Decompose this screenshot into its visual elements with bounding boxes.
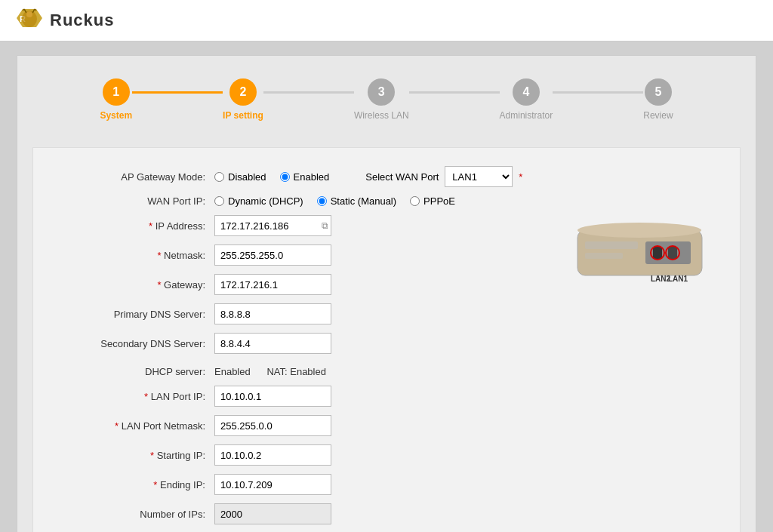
step-circle-1: 1: [103, 78, 130, 106]
starting-ip-row: Starting IP:: [63, 444, 710, 466]
svg-text:LAN1: LAN1: [668, 275, 688, 283]
wizard-steps: 1 System 2 IP setting 3 Wireless LAN 4 A…: [32, 71, 741, 125]
lan-port-ip-input[interactable]: [214, 386, 331, 407]
nat-value: Enabled: [290, 366, 326, 377]
gateway-label: Gateway:: [63, 279, 214, 291]
ap-gateway-mode-row: AP Gateway Mode: Disabled Enabled Select…: [63, 166, 710, 187]
select-wan-group: Select WAN Port LAN1 LAN2 *: [365, 166, 522, 187]
step-label-4: Administrator: [500, 110, 553, 121]
netmask-input[interactable]: [214, 244, 331, 266]
primary-dns-input[interactable]: [214, 303, 331, 324]
ap-gateway-mode-radios: Disabled Enabled Select WAN Port LAN1 LA…: [214, 166, 522, 187]
enabled-radio-label[interactable]: Enabled: [280, 171, 330, 183]
ip-address-input[interactable]: [214, 215, 331, 236]
secondary-dns-label: Secondary DNS Server:: [63, 338, 214, 349]
svg-rect-16: [585, 253, 623, 259]
ruckus-logo-icon: R: [15, 6, 44, 35]
copy-icon: ⧉: [322, 220, 328, 231]
svg-rect-11: [653, 247, 662, 259]
number-of-ips-row: Number of IPs:: [63, 503, 710, 524]
dynamic-dhcp-text: Dynamic (DHCP): [228, 195, 303, 207]
header: R Ruckus: [0, 0, 773, 42]
step-line-4-5: [553, 91, 643, 94]
step-circle-5: 5: [645, 78, 672, 106]
router-svg: LAN2 LAN1: [570, 215, 710, 287]
ap-gateway-mode-label: AP Gateway Mode:: [63, 171, 214, 183]
secondary-dns-row: Secondary DNS Server:: [63, 333, 562, 354]
wan-port-select[interactable]: LAN1 LAN2: [445, 166, 513, 187]
wan-port-ip-row: WAN Port IP: Dynamic (DHCP) Static (Manu…: [63, 195, 710, 207]
step-2: 2 IP setting: [223, 78, 263, 121]
wan-port-ip-label: WAN Port IP:: [63, 195, 214, 207]
dhcp-status-value: Enabled NAT: Enabled: [214, 366, 326, 377]
lan-port-ip-row: LAN Port IP:: [63, 386, 710, 407]
logo: R Ruckus: [15, 6, 114, 35]
enabled-radio[interactable]: [280, 172, 290, 182]
primary-dns-row: Primary DNS Server:: [63, 303, 562, 324]
step-label-2: IP setting: [223, 110, 263, 121]
primary-dns-label: Primary DNS Server:: [63, 309, 214, 320]
svg-rect-15: [585, 241, 638, 249]
svg-rect-12: [668, 247, 677, 259]
form-area: AP Gateway Mode: Disabled Enabled Select…: [32, 147, 741, 532]
select-wan-label: Select WAN Port: [365, 171, 439, 183]
ending-ip-label: Ending IP:: [63, 479, 214, 490]
number-of-ips-input[interactable]: [214, 503, 331, 524]
step-circle-4: 4: [513, 78, 540, 106]
lan-port-netmask-label: LAN Port Netmask:: [63, 420, 214, 432]
netmask-label: Netmask:: [63, 250, 214, 261]
router-image-area: LAN2 LAN1: [570, 215, 710, 287]
disabled-label: Disabled: [228, 171, 266, 183]
step-circle-2: 2: [229, 78, 257, 106]
ip-address-label: IP Address:: [63, 220, 214, 232]
ending-ip-row: Ending IP:: [63, 474, 710, 495]
disabled-radio-label[interactable]: Disabled: [214, 171, 266, 183]
step-line-1-2: [132, 91, 223, 94]
wan-required-star: *: [519, 171, 522, 183]
main-container: 1 System 2 IP setting 3 Wireless LAN 4 A…: [17, 55, 756, 532]
dynamic-dhcp-radio[interactable]: [214, 196, 224, 206]
step-line-2-3: [263, 91, 354, 94]
step-5: 5 Review: [643, 78, 673, 121]
starting-ip-label: Starting IP:: [63, 450, 214, 461]
step-label-5: Review: [643, 110, 673, 121]
static-manual-text: Static (Manual): [331, 195, 396, 207]
step-4: 4 Administrator: [500, 78, 553, 121]
starting-ip-input[interactable]: [214, 444, 331, 466]
pppoe-radio[interactable]: [410, 196, 420, 206]
disabled-radio[interactable]: [214, 172, 224, 182]
svg-point-9: [577, 223, 701, 238]
wan-port-ip-radios: Dynamic (DHCP) Static (Manual) PPPoE: [214, 195, 455, 207]
secondary-dns-input[interactable]: [214, 333, 331, 354]
gateway-row: Gateway:: [63, 274, 562, 295]
nat-label: NAT:: [266, 366, 287, 377]
number-of-ips-label: Number of IPs:: [63, 509, 214, 520]
pppoe-label[interactable]: PPPoE: [410, 195, 455, 207]
step-line-3-4: [409, 91, 500, 94]
gateway-input[interactable]: [214, 274, 331, 295]
dynamic-dhcp-label[interactable]: Dynamic (DHCP): [214, 195, 303, 207]
ip-address-row: IP Address: ⧉: [63, 215, 562, 236]
lan-port-netmask-input[interactable]: [214, 415, 331, 436]
dhcp-status-row: DHCP server: Enabled NAT: Enabled: [63, 366, 710, 377]
logo-text: Ruckus: [50, 11, 114, 30]
ending-ip-input[interactable]: [214, 474, 331, 495]
pppoe-text: PPPoE: [423, 195, 455, 207]
ip-fields-section: IP Address: ⧉ Netmask: Gateway:: [63, 215, 562, 362]
dhcp-enabled-value: Enabled: [214, 366, 251, 377]
lan-port-ip-label: LAN Port IP:: [63, 391, 214, 402]
svg-point-7: [26, 11, 32, 17]
ip-address-wrapper: ⧉: [214, 215, 331, 236]
netmask-row: Netmask:: [63, 244, 562, 266]
ip-and-router-section: IP Address: ⧉ Netmask: Gateway:: [63, 215, 710, 362]
step-circle-3: 3: [368, 78, 395, 106]
lan-port-netmask-row: LAN Port Netmask:: [63, 415, 710, 436]
static-manual-label[interactable]: Static (Manual): [317, 195, 396, 207]
static-manual-radio[interactable]: [317, 196, 327, 206]
step-1: 1 System: [100, 78, 132, 121]
step-label-1: System: [100, 110, 132, 121]
dhcp-server-label: DHCP server:: [63, 366, 214, 377]
enabled-label: Enabled: [294, 171, 330, 183]
step-label-3: Wireless LAN: [354, 110, 409, 121]
step-3: 3 Wireless LAN: [354, 78, 409, 121]
